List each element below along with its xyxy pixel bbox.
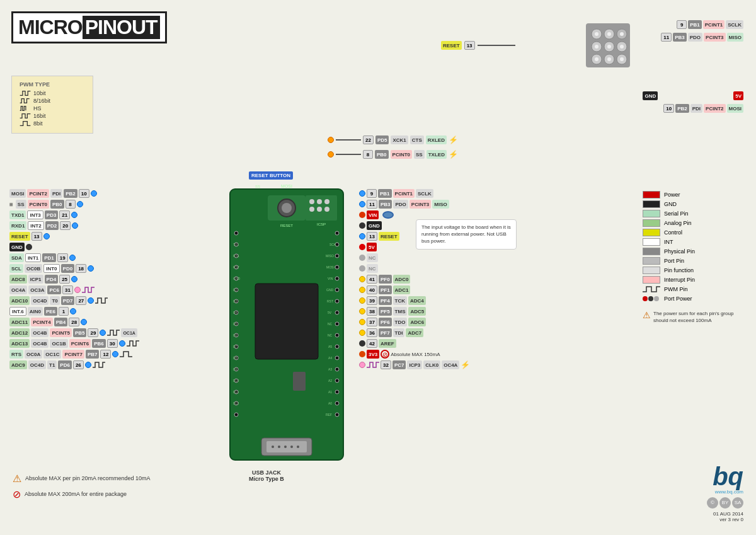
svg-point-54: [335, 254, 339, 258]
int1-label: INT1: [25, 253, 41, 262]
pin21-dot: [71, 212, 77, 218]
tdo-label: TDO: [393, 318, 408, 326]
pd7-label: PD7: [61, 296, 75, 305]
max-150ma-text: Absolute MAX 150mA: [391, 352, 440, 357]
pin27-badge: 27: [76, 296, 86, 305]
svg-text:D3: D3: [233, 299, 238, 303]
pin8-flash: ⚡: [449, 150, 458, 159]
rpin37-num: 37: [367, 318, 377, 326]
svg-point-51: [234, 413, 238, 417]
svg-point-19: [620, 57, 624, 61]
svg-point-67: [335, 401, 339, 405]
tck-label: TCK: [393, 296, 407, 305]
adc13-label: ADC13: [9, 339, 30, 348]
pin8-dot: [77, 201, 83, 207]
pwm-item-hs: HS: [20, 105, 85, 112]
pin8-txled: TXLED: [427, 150, 447, 159]
vin-tooltip: The input voltage to the board when it i…: [416, 219, 517, 250]
rpin-5v-dot: [359, 244, 365, 250]
pin21-badge: 21: [59, 210, 70, 219]
legend-color-serial: [643, 210, 660, 217]
svg-text:D9: D9: [233, 367, 238, 371]
tms-label: TMS: [393, 307, 408, 316]
pb4-label: PB4: [54, 318, 68, 326]
tdi-label: TDI: [393, 328, 405, 337]
pwm-item-10bit: 10bit: [20, 90, 85, 96]
legend-label-pwm: PWM Pin: [664, 286, 688, 292]
pf0-label: PF0: [379, 275, 392, 284]
pin10-num: 10: [663, 104, 674, 113]
rpin39-dot: [359, 297, 365, 304]
right-pin-9: 9 PB1 PCINT1 SCLK: [359, 189, 470, 198]
adc8-label: ADC8: [9, 275, 27, 284]
pin8-pb0: PB0: [375, 150, 389, 159]
svg-text:D8: D8: [233, 356, 238, 360]
svg-point-11: [595, 32, 598, 36]
svg-point-14: [595, 45, 598, 49]
pd2-label: PD2: [45, 221, 59, 230]
pin28-badge: 28: [69, 318, 79, 326]
pin8-num: 8: [363, 150, 373, 159]
adc1-label: ADC1: [393, 285, 411, 294]
right-pin-39: 39 PF4 TCK ADC4: [359, 296, 470, 305]
legend-label-int: INT: [664, 239, 673, 245]
pc7-label: PC7: [392, 360, 406, 369]
pd0-label: PD0: [61, 264, 75, 273]
ss-label: SS: [16, 200, 26, 209]
legend-port: Port Pin: [643, 257, 743, 265]
svg-text:NC: NC: [328, 333, 333, 337]
adc10-label: ADC10: [9, 296, 30, 305]
rpin-aref-dot: [359, 340, 365, 347]
copyright-date: 01 AUG 2014: [707, 511, 743, 517]
reset-left-label: RESET: [9, 232, 30, 241]
left-pin-txd1: TXD1 INT3 PD3 21: [9, 210, 139, 219]
svg-text:MISO: MISO: [326, 254, 334, 258]
right-pin-nc1: NC: [359, 253, 470, 262]
pin29-dot: [100, 330, 106, 336]
legend-label-port: Port Pin: [664, 258, 684, 264]
rxled-dot: [328, 137, 334, 143]
adc5-label: ADC5: [408, 307, 426, 316]
pe6-label: PE6: [44, 307, 57, 316]
t0-label: T0: [50, 296, 59, 305]
txd1-label: TXD1: [9, 210, 26, 219]
reset-button-label: RESET BUTTON: [249, 171, 293, 180]
adc11-label: ADC11: [9, 318, 30, 326]
svg-point-17: [595, 57, 598, 61]
usb-jack-line1: USB JACK: [249, 469, 284, 476]
pin22-xck1: XCK1: [391, 135, 408, 144]
legend-color-power: [643, 191, 660, 198]
legend-interrupt: Interrupt Pin: [643, 276, 743, 284]
left-pin-gnd: GND: [9, 243, 139, 251]
warning1-text: Absolute MAX per pin 20mA recommended 10…: [25, 475, 151, 483]
left-pin-ss: ≡ SS PCINT0 PB0 8: [9, 200, 139, 209]
copyright-container: bq www.bq.com © BY SA 01 AUG 2014 ver 3 …: [707, 464, 743, 522]
pin31-badge: 31: [62, 285, 73, 294]
main-container: MICRO PINOUT PWM TYPE 10bit 8/16bit HS 1…: [0, 0, 756, 535]
rxled-row: 22 PD5 XCK1 CTS RXLED ⚡: [328, 135, 458, 144]
pin25-badge: 25: [59, 275, 70, 284]
svg-text:A1: A1: [328, 390, 332, 394]
rpin-reset-dot: [359, 233, 365, 239]
pin10-pcint2: PCINT2: [704, 104, 725, 113]
rpin32-dot: [359, 362, 365, 368]
svg-point-76: [290, 446, 293, 448]
rpin9-pb1: PB1: [378, 189, 392, 198]
pwm-label-16bit: 16bit: [33, 113, 46, 119]
rpin11-pcint3: PCINT3: [410, 200, 431, 209]
pwm-legend: PWM TYPE 10bit 8/16bit HS 16bit 8bit: [11, 76, 93, 134]
oc4d-label-26: OC4D: [28, 360, 46, 369]
pin13-left-badge: 13: [32, 232, 42, 241]
gnd-left-label: GND: [9, 243, 25, 251]
svg-point-16: [620, 45, 624, 49]
svg-point-68: [335, 413, 339, 417]
svg-point-32: [324, 207, 329, 212]
oc1a-label: OC1A: [121, 328, 137, 337]
icsp-connector: [583, 20, 633, 78]
pin22-pd5: PD5: [375, 135, 389, 144]
legend-color-gnd: [643, 200, 660, 208]
int2-label: INT2: [28, 221, 43, 230]
rpin11-dot: [359, 201, 365, 207]
pin1-dot: [70, 308, 76, 314]
pwm-label-8bit: 8bit: [33, 120, 43, 127]
